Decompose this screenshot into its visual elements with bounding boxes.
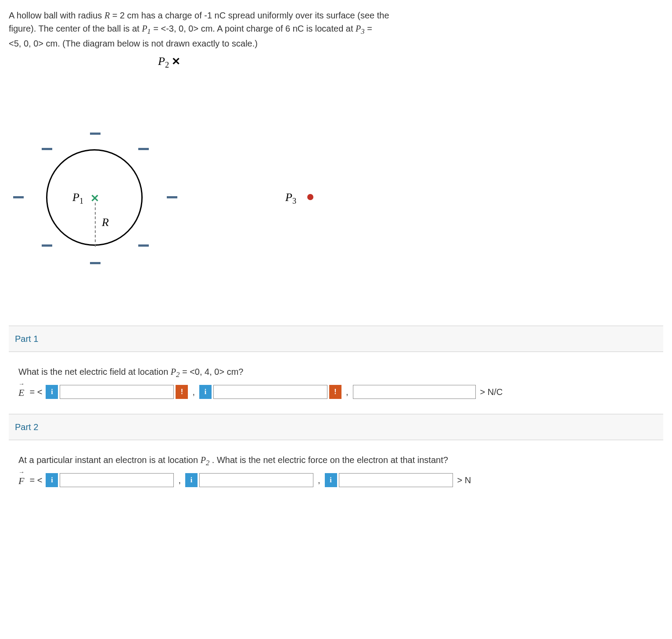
var-R: R bbox=[104, 11, 110, 20]
info-icon[interactable]: i bbox=[46, 385, 58, 399]
f-x-input[interactable] bbox=[60, 473, 174, 487]
comma: , bbox=[178, 474, 181, 487]
f-y-input[interactable] bbox=[199, 473, 313, 487]
text: 2 cm has a charge of -1 nC spread unifor… bbox=[120, 11, 389, 20]
f-z-input[interactable] bbox=[339, 473, 453, 487]
text: figure). The center of the ball is at bbox=[9, 24, 142, 33]
e-z-input[interactable] bbox=[353, 385, 476, 399]
part-1-answer-row: E = < i ! , i ! , > N/C bbox=[18, 384, 654, 400]
vector-F: F bbox=[18, 472, 24, 488]
info-icon[interactable]: i bbox=[46, 473, 58, 487]
part-1-question: What is the net electric field at locati… bbox=[18, 365, 654, 380]
part-2-body: At a particular instant an electron is a… bbox=[9, 446, 663, 496]
vector-E: E bbox=[18, 384, 24, 400]
text: = bbox=[367, 24, 372, 33]
part-2-question: At a particular instant an electron is a… bbox=[18, 453, 654, 468]
r-label: R bbox=[102, 214, 109, 231]
dash bbox=[42, 148, 52, 150]
part-1-body: What is the net electric field at locati… bbox=[9, 358, 663, 408]
p2-label: P2 ✕ bbox=[158, 53, 663, 71]
text: <5, 0, 0> cm. (The diagram below is not … bbox=[9, 39, 258, 48]
point-charge-icon bbox=[307, 194, 313, 200]
dash bbox=[167, 196, 177, 198]
info-icon[interactable]: i bbox=[199, 385, 212, 399]
e-x-input[interactable] bbox=[60, 385, 174, 399]
comma: , bbox=[346, 385, 349, 398]
p1-label: P1 bbox=[72, 189, 83, 207]
comma: , bbox=[318, 474, 320, 487]
part-1-header: Part 1 bbox=[13, 330, 659, 348]
open-bracket: = < bbox=[29, 474, 42, 487]
open-bracket: = < bbox=[29, 385, 42, 398]
dash bbox=[138, 148, 149, 150]
x-mark-icon: ✕ bbox=[172, 55, 180, 67]
info-icon[interactable]: i bbox=[325, 473, 337, 487]
dash bbox=[42, 244, 52, 247]
text: = bbox=[112, 11, 120, 20]
radius-line bbox=[95, 203, 96, 247]
part-2: Part 2 bbox=[9, 414, 663, 440]
text: <-3, 0, 0> cm. A point charge of 6 nC is… bbox=[161, 24, 356, 33]
p3-label: P3 bbox=[285, 189, 296, 207]
info-icon[interactable]: i bbox=[185, 473, 198, 487]
text: A hollow ball with radius bbox=[9, 11, 104, 20]
text: = bbox=[153, 24, 161, 33]
dash bbox=[90, 262, 101, 264]
var-P3: P3 bbox=[356, 24, 365, 33]
comma: , bbox=[192, 385, 195, 398]
close-unit: > N bbox=[457, 474, 471, 487]
e-y-input[interactable] bbox=[213, 385, 327, 399]
part-1: Part 1 bbox=[9, 326, 663, 352]
close-unit: > N/C bbox=[480, 385, 503, 398]
dash bbox=[90, 133, 101, 135]
part-2-header: Part 2 bbox=[13, 418, 659, 436]
warning-icon: ! bbox=[176, 385, 188, 399]
warning-icon: ! bbox=[329, 385, 341, 399]
diagram: P1 ✕ R P3 bbox=[9, 133, 404, 308]
dash bbox=[13, 196, 24, 198]
dash bbox=[138, 244, 149, 247]
part-2-answer-row: F = < i , i , i > N bbox=[18, 472, 654, 488]
var-P1: P1 bbox=[142, 24, 151, 33]
problem-statement: A hollow ball with radius R = 2 cm has a… bbox=[9, 9, 663, 50]
